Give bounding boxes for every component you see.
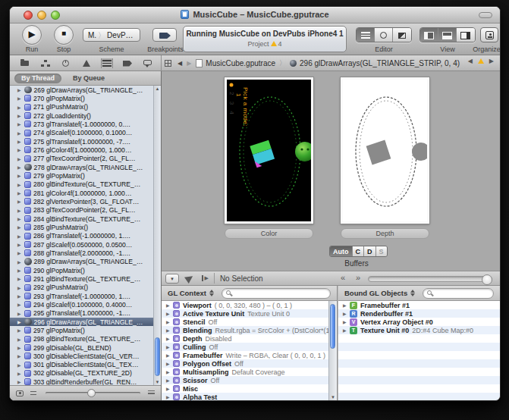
disclosure-triangle-icon[interactable]: ▶ — [17, 156, 24, 161]
call-row-274[interactable]: ▶274 glScalef(0.1000000, 0.1000… — [10, 129, 161, 137]
call-row-280[interactable]: ▶280 glBindTexture(GL_TEXTURE_… — [10, 180, 161, 189]
scroll-down-icon[interactable]: ▼ — [329, 395, 337, 400]
toggle-navigator-button[interactable] — [420, 28, 438, 42]
disclosure-triangle-icon[interactable]: ▶ — [17, 199, 24, 204]
disclosure-triangle-icon[interactable]: ▶ — [17, 147, 24, 152]
disclosure-triangle-icon[interactable]: ▶ — [17, 96, 24, 101]
gl-context-row[interactable]: ▶Active Texture UnitTexture Unit 0 — [162, 309, 328, 318]
log-navigator-icon[interactable] — [143, 58, 153, 68]
disclosure-triangle-icon[interactable]: ▶ — [17, 87, 24, 92]
call-row-276[interactable]: ▶276 glColor4f(1.0000000, 1.000… — [10, 146, 161, 154]
disclosure-triangle-icon[interactable]: ▶ — [17, 285, 24, 290]
call-scrub-slider[interactable] — [368, 276, 492, 282]
gl-context-row[interactable]: ▶DepthDisabled — [162, 334, 328, 343]
breadcrumb-document[interactable]: MusicCube.gputrace — [206, 59, 275, 67]
disclosure-triangle-icon[interactable]: ▶ — [17, 293, 24, 299]
breadcrumb[interactable]: ◀ ▶ MusicCube.gputrace 〉 296 glDrawArray… — [165, 55, 500, 71]
call-row-293[interactable]: ▶293 glTranslatef(-1.0000000, 1.… — [10, 292, 161, 300]
disclosure-triangle-icon[interactable]: ▶ — [17, 139, 24, 144]
color-buffer-label[interactable]: Color — [225, 228, 313, 239]
call-row-269[interactable]: ▶269 glDrawArrays(GL_TRIANGLE_… — [10, 86, 161, 94]
call-row-302[interactable]: ▶302 glDisable(GL_TEXTURE_2D) — [10, 369, 161, 378]
step-icon[interactable]: ▶ — [202, 275, 209, 281]
toggle-debug-area-button[interactable] — [438, 28, 457, 42]
collapse-right-icon[interactable]: » — [356, 273, 360, 282]
depth-buffer-label[interactable]: Depth — [341, 228, 429, 239]
disclosure-triangle-icon[interactable]: ▶ — [17, 216, 24, 221]
call-row-287[interactable]: ▶287 glScalef(0.0500000, 0.0500… — [10, 240, 161, 249]
disclosure-triangle-icon[interactable]: ▶ — [17, 353, 24, 359]
call-row-291[interactable]: ▶291 glBindTexture(GL_TEXTURE_… — [10, 274, 161, 283]
call-row-281[interactable]: ▶281 glColor4f(1.0000000, 1.000… — [10, 189, 161, 197]
call-row-294[interactable]: ▶294 glScalef(0.1000000, 0.4000… — [10, 300, 161, 309]
buffer-segment-d[interactable]: D — [364, 246, 376, 256]
scrollbar-thumb[interactable] — [330, 304, 335, 349]
call-row-289[interactable]: ▶289 glDrawArrays(GL_TRIANGLE_… — [10, 258, 161, 266]
bound-object-row[interactable]: ▶FFramebuffer #1 — [338, 301, 500, 309]
sort-toggle-icon[interactable] — [410, 290, 415, 296]
call-row-271[interactable]: ▶271 glPushMatrix() — [10, 103, 161, 111]
disclosure-triangle-icon[interactable]: ▶ — [17, 113, 24, 118]
breakpoints-button[interactable] — [152, 28, 177, 42]
call-row-272[interactable]: ▶272 glLoadIdentity() — [10, 111, 161, 120]
gl-context-row[interactable]: ▶MultisamplingDefault Coverage — [162, 368, 328, 376]
disclosure-triangle-icon[interactable]: ▶ — [17, 182, 24, 187]
standard-editor-button[interactable] — [357, 28, 375, 42]
gl-context-row[interactable]: ▶Alpha Test — [162, 393, 328, 400]
disclosure-triangle-icon[interactable]: ▶ — [17, 319, 24, 324]
bound-object-row[interactable]: ▶RRenderbuffer #1 — [338, 309, 500, 318]
scheme-popup[interactable]: M.〉DevP… — [83, 28, 140, 42]
disclosure-triangle-icon[interactable]: ▶ — [17, 337, 24, 342]
frame-capture-icon[interactable] — [16, 390, 24, 396]
related-items-icon[interactable] — [165, 60, 171, 67]
call-row-297[interactable]: ▶297 glPopMatrix() — [10, 326, 161, 334]
disclosure-triangle-icon[interactable]: ▶ — [166, 353, 173, 358]
disclosure-triangle-icon[interactable]: ▶ — [343, 311, 350, 316]
debug-view-popup[interactable]: ▼ — [165, 274, 179, 284]
call-row-301[interactable]: ▶301 glDisableClientState(GL_TEX… — [10, 361, 161, 369]
gl-context-row[interactable]: ▶Misc — [162, 384, 328, 393]
collapse-left-icon[interactable]: « — [341, 273, 345, 282]
call-row-300[interactable]: ▶300 glDisableClientState(GL_VER… — [10, 352, 161, 360]
gl-context-row[interactable]: ▶StencilOff — [162, 318, 328, 326]
disclosure-triangle-icon[interactable]: ▶ — [166, 319, 173, 324]
disclosure-triangle-icon[interactable]: ▶ — [17, 259, 24, 265]
forward-icon[interactable]: ▶ — [187, 60, 191, 67]
frame-slider[interactable] — [46, 392, 140, 394]
back-icon[interactable]: ◀ — [178, 60, 182, 67]
disclosure-triangle-icon[interactable]: ▶ — [17, 234, 24, 239]
previous-issue-icon[interactable]: ◀ — [468, 58, 473, 64]
color-buffer-preview[interactable]: Pick a mode: 1 2 3 4 — [225, 77, 313, 224]
sidebar-scrollbar[interactable]: ▲ ▼ — [153, 86, 161, 385]
disclosure-triangle-icon[interactable]: ▶ — [166, 394, 173, 400]
call-row-298[interactable]: ▶298 glBindTexture(GL_TEXTURE_… — [10, 335, 161, 343]
disclosure-triangle-icon[interactable]: ▶ — [17, 379, 24, 384]
disclosure-triangle-icon[interactable]: ▶ — [166, 344, 173, 349]
disclosure-triangle-icon[interactable]: ▶ — [17, 121, 24, 127]
disclosure-triangle-icon[interactable]: ▶ — [17, 328, 24, 333]
bound-objects-search-input[interactable] — [423, 288, 494, 299]
gl-context-row[interactable]: ▶BlendingResult.rgba = SrcColor + (DstCo… — [162, 326, 328, 334]
disclosure-triangle-icon[interactable]: ▶ — [17, 190, 24, 196]
next-issue-icon[interactable]: ▶ — [489, 58, 494, 64]
call-row-292[interactable]: ▶292 glPushMatrix() — [10, 284, 161, 292]
call-row-290[interactable]: ▶290 glPopMatrix() — [10, 266, 161, 274]
disclosure-triangle-icon[interactable]: ▶ — [17, 105, 24, 110]
location-arrow-icon[interactable] — [184, 273, 195, 284]
call-scrub-thumb[interactable] — [482, 274, 492, 285]
gl-context-row[interactable]: ▶ScissorOff — [162, 376, 328, 384]
call-row-284[interactable]: ▶284 glBindTexture(GL_TEXTURE_… — [10, 215, 161, 223]
disclosure-triangle-icon[interactable]: ▶ — [166, 302, 173, 308]
breadcrumb-selection[interactable]: 296 glDrawArrays(GL_TRIANGLE_STRIP, 0, 4… — [300, 59, 460, 67]
disclosure-triangle-icon[interactable]: ▶ — [17, 371, 24, 376]
disclosure-triangle-icon[interactable]: ▶ — [17, 208, 24, 213]
time-navigator-icon[interactable] — [61, 58, 71, 68]
call-row-279[interactable]: ▶279 glPopMatrix() — [10, 171, 161, 180]
disclosure-triangle-icon[interactable]: ▶ — [343, 319, 350, 324]
frame-slider-thumb[interactable] — [87, 389, 96, 397]
disclosure-triangle-icon[interactable]: ▶ — [17, 276, 24, 281]
gl-context-search-input[interactable] — [222, 288, 331, 299]
debug-navigator-icon[interactable] — [102, 58, 112, 68]
disclosure-triangle-icon[interactable]: ▶ — [343, 302, 350, 308]
project-navigator-icon[interactable] — [20, 58, 30, 68]
